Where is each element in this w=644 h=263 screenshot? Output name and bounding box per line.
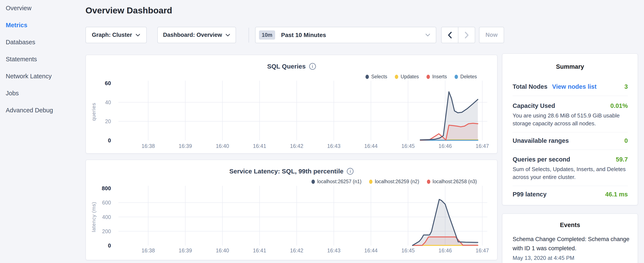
summary-divider xyxy=(512,150,628,150)
svg-text:16:41: 16:41 xyxy=(253,143,266,149)
svg-text:latency (ms): latency (ms) xyxy=(91,202,96,232)
summary-divider xyxy=(512,132,628,132)
dashboard-dropdown-label: Dashboard: Overview xyxy=(163,32,222,38)
svg-text:16:42: 16:42 xyxy=(290,247,304,253)
capacity-used-description: You are using 28.6 MiB of 515.9 GiB usab… xyxy=(512,112,633,127)
chevron-down-icon xyxy=(136,34,140,37)
svg-text:16:41: 16:41 xyxy=(253,247,266,253)
svg-text:400: 400 xyxy=(102,214,111,220)
events-panel: Events Schema Change Completed: Schema c… xyxy=(502,213,638,263)
sql-queries-chart-panel: SQL Queries i SelectsUpdatesInsertsDelet… xyxy=(86,55,498,154)
now-button-label: Now xyxy=(486,32,498,38)
svg-text:60: 60 xyxy=(105,80,111,86)
time-window-label: Past 10 Minutes xyxy=(281,32,422,39)
svg-text:16:43: 16:43 xyxy=(327,247,340,253)
svg-text:16:47: 16:47 xyxy=(476,247,489,253)
queries-per-second-value: 59.7 xyxy=(616,156,628,163)
svg-text:16:45: 16:45 xyxy=(402,247,415,253)
service-latency-chart-panel: Service Latency: SQL, 99th percentile i … xyxy=(86,160,498,260)
summary-title: Summary xyxy=(502,63,638,70)
p99-latency-value: 46.1 ms xyxy=(605,191,628,198)
summary-row-qps: Queries per second 59.7 xyxy=(512,156,628,163)
svg-text:16:44: 16:44 xyxy=(364,247,378,253)
time-window-badge: 10m xyxy=(259,31,275,40)
svg-text:0: 0 xyxy=(108,242,111,249)
sidebar-item-databases[interactable]: Databases xyxy=(6,36,35,48)
sidebar-item-advanced-debug[interactable]: Advanced Debug xyxy=(6,104,53,116)
controls-divider xyxy=(248,28,249,43)
summary-divider xyxy=(512,186,628,186)
sidebar-item-metrics[interactable]: Metrics xyxy=(6,19,28,31)
service-latency-chart: 020040060080016:3816:3916:4016:4116:4216… xyxy=(86,160,498,261)
summary-row-unavailable-ranges: Unavailable ranges 0 xyxy=(512,137,628,144)
svg-text:16:40: 16:40 xyxy=(216,247,229,253)
queries-per-second-description: Sum of Selects, Updates, Inserts, and De… xyxy=(512,165,633,181)
svg-text:16:47: 16:47 xyxy=(476,143,489,149)
svg-text:16:45: 16:45 xyxy=(402,143,415,149)
time-step-forward-button[interactable] xyxy=(458,27,475,43)
svg-text:16:46: 16:46 xyxy=(438,247,452,253)
svg-text:16:38: 16:38 xyxy=(142,143,155,149)
svg-text:200: 200 xyxy=(102,228,111,234)
unavailable-ranges-value: 0 xyxy=(624,137,628,144)
capacity-used-label: Capacity Used xyxy=(512,102,555,109)
event-item-timestamp: May 13, 2020 at 4:45 PM xyxy=(512,255,574,261)
chevron-down-icon xyxy=(425,34,430,37)
svg-text:16:42: 16:42 xyxy=(290,143,304,149)
graph-dropdown[interactable]: Graph: Cluster xyxy=(86,27,147,43)
svg-text:16:44: 16:44 xyxy=(364,143,378,149)
total-nodes-label: Total Nodes xyxy=(512,83,548,90)
view-nodes-list-link[interactable]: View nodes list xyxy=(552,83,596,90)
summary-row-total-nodes: Total Nodes View nodes list 3 xyxy=(512,83,628,90)
svg-text:40: 40 xyxy=(105,99,111,105)
sidebar-item-jobs[interactable]: Jobs xyxy=(6,87,19,99)
sql-queries-chart: 020406016:3816:3916:4016:4116:4216:4316:… xyxy=(86,55,498,154)
time-step-back-button[interactable] xyxy=(442,27,458,43)
event-item-text[interactable]: Schema Change Completed: Schema change w… xyxy=(512,235,632,253)
sidebar-item-statements[interactable]: Statements xyxy=(6,53,37,65)
unavailable-ranges-label: Unavailable ranges xyxy=(512,137,569,144)
total-nodes-value: 3 xyxy=(624,83,628,90)
sidebar-item-network-latency[interactable]: Network Latency xyxy=(6,70,52,82)
svg-text:queries: queries xyxy=(91,103,96,121)
svg-text:16:38: 16:38 xyxy=(142,247,155,253)
svg-text:16:40: 16:40 xyxy=(216,143,229,149)
summary-panel: Summary Total Nodes View nodes list 3 Ca… xyxy=(502,53,638,205)
p99-latency-label: P99 latency xyxy=(512,191,546,198)
queries-per-second-label: Queries per second xyxy=(512,156,570,163)
svg-text:600: 600 xyxy=(102,200,111,205)
chevron-left-icon xyxy=(448,32,452,39)
now-button[interactable]: Now xyxy=(479,27,504,43)
summary-row-capacity: Capacity Used 0.01% xyxy=(512,102,628,109)
sidebar-item-overview[interactable]: Overview xyxy=(6,2,32,14)
dashboard-dropdown[interactable]: Dashboard: Overview xyxy=(157,27,236,43)
svg-text:16:43: 16:43 xyxy=(327,143,340,149)
svg-text:20: 20 xyxy=(105,118,111,124)
svg-text:16:39: 16:39 xyxy=(178,247,192,253)
svg-text:0: 0 xyxy=(108,137,111,144)
events-title: Events xyxy=(502,221,638,228)
sidebar: OverviewMetricsDatabasesStatementsNetwor… xyxy=(0,0,83,263)
svg-text:16:46: 16:46 xyxy=(438,143,452,149)
capacity-used-value: 0.01% xyxy=(610,102,628,109)
svg-text:16:39: 16:39 xyxy=(178,143,192,149)
page-title: Overview Dashboard xyxy=(86,6,172,16)
time-range-selector[interactable]: 10m Past 10 Minutes xyxy=(255,27,436,43)
svg-text:800: 800 xyxy=(102,185,111,191)
chevron-down-icon xyxy=(225,34,230,37)
time-step-buttons xyxy=(441,27,475,43)
chevron-right-icon xyxy=(464,32,469,39)
summary-row-p99: P99 latency 46.1 ms xyxy=(512,191,628,198)
graph-dropdown-label: Graph: Cluster xyxy=(92,32,132,38)
